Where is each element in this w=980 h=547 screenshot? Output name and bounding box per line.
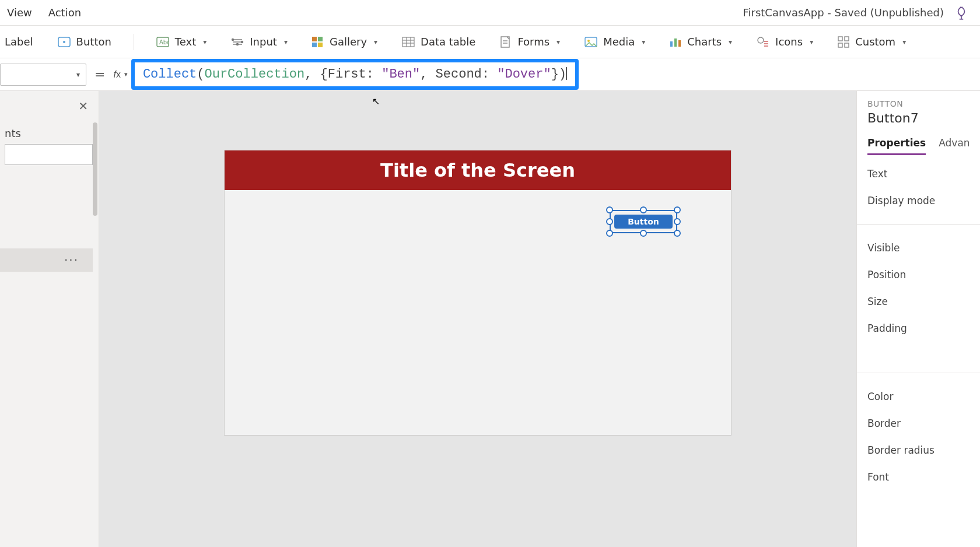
- ribbon-charts[interactable]: Charts ▾: [667, 32, 734, 51]
- ribbon-button[interactable]: Button: [55, 32, 114, 51]
- svg-rect-28: [678, 40, 681, 47]
- scrollbar-thumb[interactable]: [93, 122, 97, 216]
- chevron-down-icon: ▾: [124, 71, 128, 78]
- property-selector[interactable]: ▾: [0, 64, 86, 86]
- ribbon-text[interactable]: Abc Text ▾: [154, 32, 209, 51]
- fx-icon: fx: [113, 69, 120, 80]
- gallery-icon: [312, 37, 324, 47]
- ribbon-media-label: Media: [603, 36, 635, 48]
- svg-rect-30: [838, 37, 842, 41]
- prop-border[interactable]: Border: [867, 418, 980, 429]
- prop-padding[interactable]: Padding: [867, 322, 980, 334]
- chevron-down-icon: ▾: [374, 38, 377, 46]
- formula-val1: "Ben": [382, 67, 420, 82]
- input-icon: [231, 37, 244, 47]
- close-icon[interactable]: ✕: [78, 99, 88, 113]
- svg-text:Abc: Abc: [159, 39, 169, 45]
- tree-item-selected[interactable]: ···: [0, 248, 93, 272]
- prop-size[interactable]: Size: [867, 296, 980, 307]
- insert-ribbon: Label Button Abc Text ▾ Input ▾ Gallery …: [0, 26, 980, 58]
- text-icon: Abc: [156, 37, 169, 47]
- resize-handle[interactable]: [674, 206, 681, 213]
- resize-handle[interactable]: [606, 218, 613, 225]
- formula-key2: Second: [436, 67, 482, 82]
- ribbon-divider: [134, 34, 134, 50]
- ribbon-custom[interactable]: Custom ▾: [835, 32, 908, 51]
- prop-visible[interactable]: Visible: [867, 242, 980, 254]
- text-caret: [566, 67, 567, 80]
- selected-control[interactable]: Button: [610, 210, 677, 233]
- ribbon-icons-label: Icons: [775, 36, 803, 48]
- icons-icon: [757, 36, 769, 48]
- data-table-icon: [402, 37, 415, 47]
- canvas-area: ↖ Title of the Screen Button: [99, 91, 856, 547]
- ribbon-icons[interactable]: Icons ▾: [754, 32, 816, 51]
- svg-point-25: [587, 40, 590, 42]
- resize-handle[interactable]: [674, 230, 681, 237]
- ribbon-text-label: Text: [175, 36, 196, 48]
- canvas-button[interactable]: Button: [614, 215, 673, 229]
- formula-val2: "Dover": [497, 67, 551, 82]
- svg-rect-14: [312, 43, 317, 47]
- prop-border-radius[interactable]: Border radius: [867, 444, 980, 456]
- prop-text[interactable]: Text: [867, 168, 980, 180]
- svg-rect-13: [318, 37, 323, 41]
- ribbon-custom-label: Custom: [855, 36, 895, 48]
- ribbon-data-table[interactable]: Data table: [400, 32, 478, 51]
- chevron-down-icon: ▾: [203, 38, 206, 46]
- ribbon-gallery[interactable]: Gallery ▾: [310, 32, 380, 51]
- formula-bar: ▾ = fx ▾ Collect(OurCollection, {First: …: [0, 58, 980, 91]
- properties-tabs: Properties Advan: [867, 137, 980, 155]
- formula-input[interactable]: Collect(OurCollection, {First: "Ben", Se…: [137, 64, 573, 85]
- prop-color[interactable]: Color: [867, 391, 980, 402]
- chevron-down-icon: ▾: [284, 38, 288, 46]
- chevron-down-icon: ▾: [729, 38, 732, 46]
- ribbon-button-text: Button: [76, 36, 111, 48]
- ribbon-forms[interactable]: Forms ▾: [498, 32, 562, 52]
- properties-list: Text Display mode Visible Position Size …: [867, 168, 980, 483]
- svg-point-10: [242, 41, 243, 43]
- svg-rect-31: [845, 37, 849, 41]
- more-icon[interactable]: ···: [64, 253, 79, 267]
- resize-handle[interactable]: [640, 206, 647, 213]
- ribbon-media[interactable]: Media ▾: [582, 32, 648, 51]
- prop-position[interactable]: Position: [867, 269, 980, 280]
- tree-header: nts: [5, 127, 99, 139]
- control-name-label: Button7: [867, 111, 980, 125]
- formula-key1: First: [328, 67, 366, 82]
- app-checker-icon[interactable]: [950, 5, 973, 20]
- prop-font[interactable]: Font: [867, 471, 980, 483]
- ribbon-charts-label: Charts: [687, 36, 722, 48]
- resize-handle[interactable]: [606, 206, 613, 213]
- svg-point-29: [758, 37, 764, 43]
- svg-rect-27: [674, 38, 677, 47]
- divider: [857, 224, 980, 225]
- chevron-down-icon: ▾: [76, 71, 80, 79]
- tab-advanced[interactable]: Advan: [939, 137, 970, 155]
- fx-indicator[interactable]: fx ▾: [113, 69, 127, 80]
- chevron-down-icon: ▾: [556, 38, 560, 46]
- svg-point-11: [237, 43, 239, 45]
- tree-view-panel: ✕ nts ···: [0, 91, 99, 547]
- tree-search-input[interactable]: [5, 144, 93, 165]
- resize-handle[interactable]: [674, 218, 681, 225]
- screen-preview[interactable]: Title of the Screen Button: [225, 150, 731, 435]
- menu-view[interactable]: View: [7, 6, 32, 19]
- custom-icon: [838, 36, 849, 48]
- divider: [857, 373, 980, 373]
- resize-handle[interactable]: [640, 230, 647, 237]
- menu-action[interactable]: Action: [48, 6, 81, 19]
- formula-collection: OurCollection: [205, 67, 305, 82]
- ribbon-label[interactable]: Label: [2, 32, 36, 51]
- ribbon-forms-label: Forms: [517, 36, 550, 48]
- ribbon-input[interactable]: Input ▾: [229, 32, 290, 51]
- ribbon-gallery-label: Gallery: [330, 36, 367, 48]
- formula-highlight: Collect(OurCollection, {First: "Ben", Se…: [131, 59, 579, 90]
- svg-rect-12: [312, 37, 317, 41]
- svg-rect-16: [402, 37, 414, 47]
- ribbon-data-table-label: Data table: [421, 36, 475, 48]
- resize-handle[interactable]: [606, 230, 613, 237]
- prop-display-mode[interactable]: Display mode: [867, 195, 980, 206]
- chevron-down-icon: ▾: [810, 38, 813, 46]
- tab-properties[interactable]: Properties: [867, 137, 926, 155]
